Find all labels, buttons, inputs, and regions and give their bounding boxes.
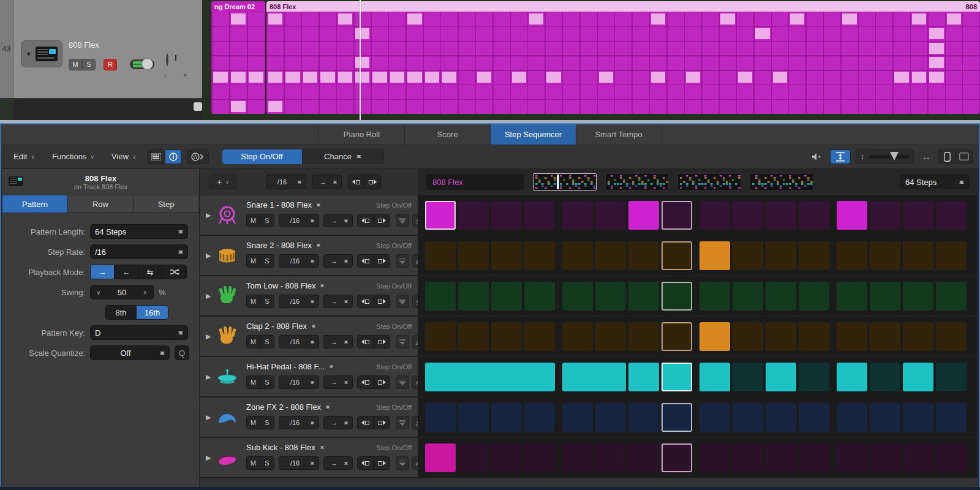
step-cell-4[interactable]: [524, 403, 555, 432]
row-mute-button[interactable]: M: [247, 295, 260, 307]
step-cell-5[interactable]: [562, 241, 593, 270]
global-direction-select[interactable]: →: [312, 175, 342, 189]
step-cell-14[interactable]: [870, 443, 900, 472]
horizontal-zoom-icon[interactable]: ↔: [922, 151, 931, 162]
inspector-tab-pattern[interactable]: Pattern: [2, 195, 68, 213]
step-cell-12[interactable]: [799, 363, 829, 391]
region-808-flex[interactable]: 808 Flex808: [266, 1, 980, 114]
nudge-right-button[interactable]: [364, 175, 380, 189]
scale-quantize-select[interactable]: Off: [90, 345, 170, 360]
step-cell-10[interactable]: [733, 282, 763, 311]
region-ng-dream-02[interactable]: ng Dream 02: [211, 1, 265, 114]
row-step-grid[interactable]: [418, 357, 978, 396]
step-cell-2[interactable]: [458, 322, 489, 351]
step-cell-1[interactable]: [425, 282, 456, 311]
step-cell-2[interactable]: [458, 201, 489, 230]
step-cell-16[interactable]: [936, 322, 967, 351]
row-step-grid[interactable]: [418, 317, 978, 356]
inspector-tab-step[interactable]: Step: [134, 195, 199, 213]
quantize-button[interactable]: Q: [175, 345, 189, 360]
step-cell-13[interactable]: [837, 322, 867, 351]
pattern-length-select[interactable]: 64 Steps: [90, 224, 188, 239]
row-rate-select[interactable]: /16: [279, 295, 319, 308]
step-cell-2[interactable]: [458, 443, 489, 472]
row-direction-select[interactable]: →: [323, 416, 353, 429]
step-cell-11[interactable]: [766, 443, 796, 472]
solo-button[interactable]: S: [82, 59, 96, 70]
add-row-button[interactable]: +∨: [209, 175, 236, 189]
step-cell-7[interactable]: [628, 282, 659, 311]
step-cell-12[interactable]: [799, 443, 829, 472]
step-cell-16[interactable]: [936, 443, 967, 472]
disclosure-triangle-icon[interactable]: ▼: [26, 50, 32, 58]
row-header[interactable]: ▶ Zone FX 2 - 808 Flex Step On/Off M S /…: [200, 398, 418, 437]
step-cell-16[interactable]: [936, 363, 967, 391]
row-nudge-right-button[interactable]: [374, 295, 390, 307]
track-icon-badge[interactable]: ▼: [21, 40, 62, 67]
track-name[interactable]: 808 Flex: [69, 40, 187, 50]
pan-knob[interactable]: L R: [166, 55, 187, 75]
row-mute-button[interactable]: M: [247, 417, 260, 429]
swing-stepper[interactable]: ∨ 50 ∧: [90, 285, 154, 300]
step-cell-1[interactable]: [425, 322, 456, 351]
row-rate-select[interactable]: /16: [279, 375, 319, 389]
row-header[interactable]: ▶ Hi-Hat Pedal - 808 F... Step On/Off M …: [200, 357, 418, 396]
row-disclosure-icon[interactable]: ▶: [206, 211, 211, 219]
preview-audio-button[interactable]: [808, 149, 825, 164]
row-solo-button[interactable]: S: [260, 376, 274, 388]
step-cell-8[interactable]: [662, 241, 692, 270]
tab-step-sequencer[interactable]: Step Sequencer: [490, 124, 576, 145]
step-cell-9[interactable]: [699, 201, 730, 230]
row-name[interactable]: Hi-Hat Pedal - 808 F...: [246, 362, 325, 371]
record-enable-button[interactable]: R: [104, 59, 117, 70]
step-cell-13[interactable]: [837, 403, 867, 432]
row-disclosure-icon[interactable]: ▶: [206, 413, 211, 421]
row-rate-select[interactable]: /16: [279, 456, 319, 470]
step-cell-4[interactable]: [524, 282, 555, 311]
row-solo-button[interactable]: S: [260, 457, 274, 469]
row-disclosure-icon[interactable]: ▶: [206, 292, 211, 300]
row-nudge-right-button[interactable]: [374, 255, 390, 267]
row-mute-button[interactable]: M: [247, 376, 260, 388]
row-nudge-left-button[interactable]: [358, 336, 374, 348]
next-track-header[interactable]: [13, 98, 202, 120]
swing-resolution-8th-button[interactable]: 8th: [105, 306, 137, 319]
step-cell-1[interactable]: [425, 201, 456, 230]
step-cell-1[interactable]: [425, 403, 456, 432]
row-nudge-left-button[interactable]: [358, 417, 374, 429]
row-step-grid[interactable]: [418, 438, 978, 477]
row-nudge-right-button[interactable]: [374, 376, 390, 388]
row-name[interactable]: Tom Low - 808 Flex: [246, 281, 315, 290]
step-cell-7[interactable]: [628, 241, 659, 270]
row-direction-select[interactable]: →: [323, 335, 353, 349]
step-cell-11[interactable]: [766, 363, 796, 391]
velocity-down-button[interactable]: [396, 254, 409, 268]
step-cell-9[interactable]: [699, 241, 730, 270]
step-cell-12[interactable]: [799, 322, 829, 351]
row-mute-button[interactable]: M: [247, 457, 260, 469]
step-cell-6[interactable]: [595, 322, 626, 351]
step-cell-15[interactable]: [903, 241, 933, 270]
row-solo-button[interactable]: S: [260, 255, 274, 267]
step-cell-11[interactable]: [766, 201, 796, 230]
row-rate-select[interactable]: /16: [279, 214, 319, 227]
step-cell-1[interactable]: [425, 443, 456, 472]
row-header[interactable]: ▶ Tom Low - 808 Flex Step On/Off M S /16…: [200, 276, 418, 315]
row-disclosure-icon[interactable]: ▶: [206, 373, 211, 381]
step-cell-6[interactable]: [595, 282, 626, 311]
row-nudge-right-button[interactable]: [374, 214, 390, 227]
step-cell-13[interactable]: [837, 201, 867, 230]
step-cell-11[interactable]: [766, 241, 796, 270]
row-direction-select[interactable]: →: [323, 214, 353, 227]
row-nudge-right-button[interactable]: [374, 417, 390, 429]
step-cell-15[interactable]: [903, 443, 933, 472]
row-step-grid[interactable]: [418, 276, 978, 315]
pattern-thumbnail-4[interactable]: [750, 173, 813, 190]
row-disclosure-icon[interactable]: ▶: [206, 454, 211, 462]
step-cell-4[interactable]: [524, 443, 555, 472]
row-nudge-right-button[interactable]: [374, 457, 390, 469]
step-cell-4[interactable]: [524, 241, 555, 270]
row-nudge-left-button[interactable]: [358, 214, 374, 227]
inspector-info-button[interactable]: [165, 149, 182, 164]
row-solo-button[interactable]: S: [260, 214, 274, 227]
